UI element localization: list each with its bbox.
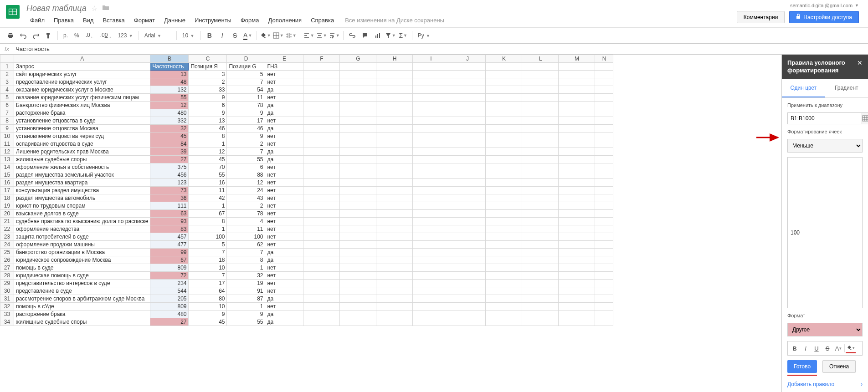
menu-вид[interactable]: Вид [79,15,98,25]
cell[interactable] [559,109,595,117]
cell[interactable]: 12 [227,179,265,187]
cell[interactable] [559,318,595,326]
cell[interactable] [340,287,376,295]
cell[interactable] [522,303,559,311]
cell[interactable] [340,303,376,311]
cell[interactable] [376,233,413,241]
cell[interactable] [376,140,413,148]
cell[interactable] [376,78,413,86]
cell[interactable] [303,280,340,287]
cell[interactable]: 3 [189,71,227,78]
row-header[interactable]: 21 [0,218,14,225]
cell[interactable] [449,303,486,311]
cell[interactable]: 111 [150,202,189,210]
doc-title[interactable]: Новая таблица [26,4,87,13]
cell[interactable] [340,78,376,86]
cell[interactable] [376,272,413,280]
cell[interactable]: 8 [189,218,227,225]
cell[interactable]: консультация раздел имущества [14,187,150,194]
cell[interactable]: нет [265,94,303,102]
cell[interactable] [340,63,376,71]
cell[interactable]: оказание юридических услуг физическим ли… [14,94,150,102]
row-header[interactable]: 5 [0,94,14,102]
row-header[interactable]: 2 [0,71,14,78]
cell[interactable]: 46 [189,125,227,132]
cell[interactable] [559,287,595,295]
cell[interactable] [486,311,522,318]
cell[interactable] [486,71,522,78]
cell[interactable] [449,117,486,125]
cell[interactable] [303,303,340,311]
row-header[interactable]: 12 [0,148,14,156]
paint-format-icon[interactable] [43,30,55,41]
cell[interactable]: 12 [150,102,189,109]
cell[interactable]: 73 [150,187,189,194]
cell[interactable] [559,179,595,187]
cell[interactable] [559,241,595,249]
row-header[interactable]: 13 [0,156,14,163]
cell[interactable] [413,311,449,318]
cell[interactable] [340,249,376,256]
cell[interactable] [559,71,595,78]
row-header[interactable]: 6 [0,102,14,109]
cell[interactable] [376,303,413,311]
cell[interactable] [303,287,340,295]
cell[interactable] [559,280,595,287]
cell[interactable] [449,94,486,102]
cell[interactable] [413,225,449,233]
cell[interactable]: Лишение родительских прав Москва [14,148,150,156]
cell[interactable]: 456 [150,171,189,179]
cell[interactable] [340,272,376,280]
cell[interactable] [522,179,559,187]
cell[interactable] [559,218,595,225]
cell[interactable] [559,256,595,264]
cell[interactable] [486,140,522,148]
cell[interactable]: да [265,318,303,326]
cell[interactable] [522,225,559,233]
cell[interactable] [559,187,595,194]
cell[interactable]: 55 [189,171,227,179]
cell[interactable]: юридическое сопровождение Москва [14,256,150,264]
cell[interactable]: оспаривание отцовства в суде [14,140,150,148]
cell[interactable]: 42 [189,194,227,202]
cell[interactable]: да [265,148,303,156]
cell[interactable]: защита потребителей в суде [14,233,150,241]
cell[interactable] [449,218,486,225]
print-icon[interactable] [5,30,16,41]
cell[interactable] [522,218,559,225]
cell[interactable] [376,102,413,109]
cell[interactable] [522,187,559,194]
cell[interactable]: 17 [189,280,227,287]
bold-icon[interactable]: B [204,30,216,41]
cell[interactable] [376,287,413,295]
link-icon[interactable] [346,30,358,41]
cell[interactable]: нет [265,187,303,194]
col-header-A[interactable]: A [14,55,150,63]
row-header[interactable]: 20 [0,210,14,218]
cell[interactable] [413,78,449,86]
cell[interactable] [522,148,559,156]
cell[interactable] [340,102,376,109]
cell[interactable] [413,218,449,225]
cell[interactable]: нет [265,272,303,280]
cell[interactable]: жилищные судебные споры [14,156,150,163]
cell[interactable]: 10 [189,303,227,311]
cell[interactable]: 5 [227,71,265,78]
cell[interactable]: раздел имущества автомобиль [14,194,150,202]
cell[interactable]: 544 [150,287,189,295]
cell[interactable] [486,187,522,194]
cell[interactable] [340,86,376,94]
menu-вставка[interactable]: Вставка [99,15,128,25]
col-header-M[interactable]: M [559,55,595,63]
row-header[interactable]: 18 [0,194,14,202]
cell[interactable]: 32 [227,272,265,280]
share-button[interactable]: Настройки доступа [789,11,859,23]
cell[interactable] [340,295,376,303]
cell[interactable] [486,117,522,125]
cell[interactable] [522,171,559,179]
cell[interactable]: помощь в сУде [14,303,150,311]
cell[interactable]: 1 [189,225,227,233]
cell[interactable]: да [265,86,303,94]
cell[interactable] [340,194,376,202]
cell[interactable]: нет [265,280,303,287]
